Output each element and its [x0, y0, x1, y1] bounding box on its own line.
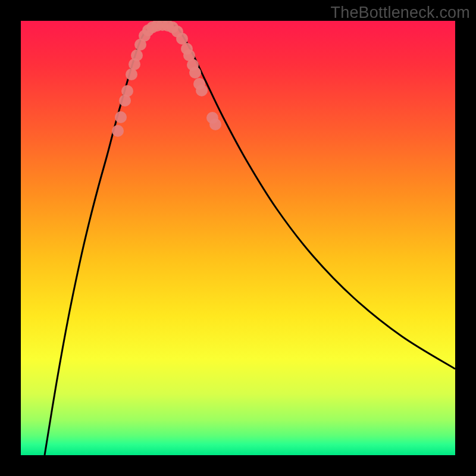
data-marker [131, 49, 143, 61]
data-marker [121, 85, 133, 97]
data-marker [176, 33, 188, 45]
data-marker [112, 125, 124, 137]
curves-layer [21, 21, 455, 455]
data-marker [115, 111, 127, 123]
data-marker [189, 67, 201, 79]
watermark-text: TheBottleneck.com [330, 4, 470, 22]
plot-area [21, 21, 455, 455]
data-marker [196, 84, 208, 96]
data-marker [126, 68, 137, 80]
right-curve [178, 28, 455, 369]
left-curve [45, 28, 149, 455]
data-marker [209, 118, 221, 130]
chart-frame: TheBottleneck.com [0, 0, 476, 476]
